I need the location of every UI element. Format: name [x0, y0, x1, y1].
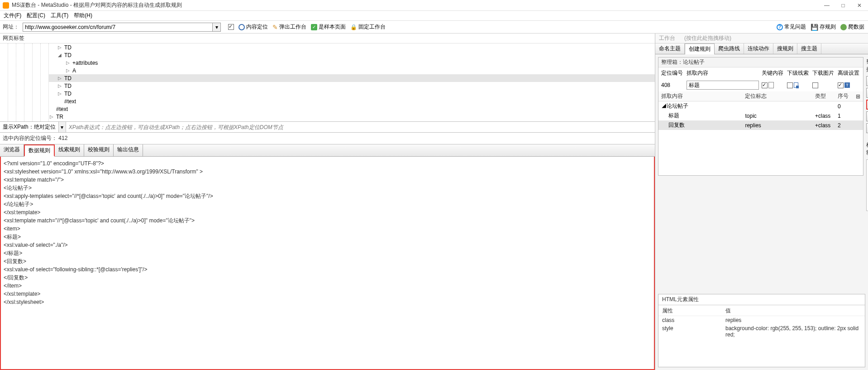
globe-icon	[840, 24, 847, 30]
tree-row[interactable]: ▷A	[49, 67, 655, 74]
link-faq[interactable]: ?常见问题	[777, 23, 806, 31]
bottom-tab[interactable]: 数据规则	[24, 144, 55, 157]
url-dropdown[interactable]: ▾	[213, 23, 221, 32]
tree-expander[interactable]: ▷	[58, 45, 63, 50]
code-line: <xsl:apply-templates select="//*[@class=…	[4, 192, 651, 200]
tree-label: TD	[64, 91, 72, 97]
workbench-tab[interactable]: 创建规则	[685, 43, 715, 54]
tool-fix-workbench-label: 固定工作台	[358, 23, 386, 31]
checkbox-adv[interactable]	[838, 82, 844, 88]
advanced-icon[interactable]: T	[844, 82, 850, 88]
workbench-tabs: 命名主题创建规则爬虫路线连续动作搜规则搜主题	[655, 43, 868, 54]
url-label: 网址：	[3, 23, 19, 31]
label-adv: 高级设置	[838, 69, 860, 77]
tree-expander[interactable]: ▷	[58, 83, 63, 88]
tree-expander[interactable]: ▷	[66, 68, 72, 73]
btn-delete[interactable]: 删除	[866, 88, 868, 98]
checkbox-generic[interactable]	[228, 24, 234, 30]
tree-row[interactable]: ▷TR	[49, 113, 655, 120]
tree-row[interactable]: ▷TD	[49, 82, 655, 90]
th-mark[interactable]: 定位标志	[742, 91, 812, 101]
code-line: <?xml version="1.0" encoding="UTF-8"?>	[4, 159, 651, 168]
code-line: </item>	[4, 282, 651, 290]
checkbox-key[interactable]	[762, 82, 768, 88]
html-props-title: HTML元素属性	[658, 294, 865, 305]
code-line: </xsl:stylesheet>	[4, 298, 651, 306]
sample-title: 样例复制管理	[866, 140, 868, 158]
tree-expander[interactable]: ▷	[58, 76, 63, 81]
tree-row[interactable]: #text	[49, 97, 655, 105]
th-type[interactable]: 类型	[812, 91, 835, 101]
checkbox-img[interactable]	[812, 82, 818, 88]
check-icon: ✓	[311, 24, 317, 30]
tree-row[interactable]: ◢TD	[49, 51, 655, 59]
html-prop-row: stylebackground-color: rgb(255, 255, 153…	[658, 324, 865, 339]
url-input[interactable]	[23, 23, 213, 32]
workbench-tab[interactable]: 搜主题	[797, 43, 821, 54]
btn-test[interactable]: 测试	[866, 100, 868, 110]
th-content[interactable]: 抓取内容	[658, 91, 742, 101]
hp-header-val: 值	[725, 307, 861, 315]
tree-row[interactable]: ▷TD	[49, 90, 655, 97]
save-icon: 💾	[811, 24, 818, 31]
tree-expander[interactable]: ▷	[50, 114, 55, 119]
table-row[interactable]: ◢论坛帖子0	[658, 101, 863, 111]
selected-node-id: 选中内容的定位编号： 412	[0, 133, 655, 144]
btn-locate[interactable]: 定位	[866, 123, 868, 133]
tree-expander[interactable]: ▷	[58, 91, 63, 96]
th-scroll[interactable]: ⊞	[853, 91, 863, 101]
link-save-rule[interactable]: 💾存规则	[811, 23, 836, 31]
workbench-tab[interactable]: 爬虫路线	[715, 43, 744, 54]
bottom-tab[interactable]: 输出信息	[114, 144, 143, 156]
code-line: <xsl:value-of select="following-sibling:…	[4, 265, 651, 274]
xpath-mode-dropdown[interactable]: ▾	[59, 122, 66, 132]
minimize-button[interactable]: —	[823, 1, 831, 10]
maximize-button[interactable]: □	[839, 1, 847, 10]
tool-content-locate[interactable]: 内容定位	[238, 23, 268, 31]
code-area[interactable]: <?xml version="1.0" encoding="UTF-8"?><x…	[0, 157, 655, 370]
th-seq[interactable]: 序号	[835, 91, 853, 101]
code-line: </xsl:template>	[4, 208, 651, 216]
tool-popup-workbench[interactable]: ✎弹出工作台	[272, 23, 306, 31]
menu-tools[interactable]: 工具(T)	[49, 11, 70, 20]
table-row[interactable]: 标题topic+class1	[658, 111, 863, 120]
link-crawl-data-label: 爬数据	[848, 23, 864, 31]
hp-key: class	[662, 317, 725, 323]
tree-row[interactable]: ▷+attributes	[49, 59, 655, 67]
bottom-tab[interactable]: 线索规则	[55, 144, 84, 156]
tree-expander[interactable]: ▷	[66, 60, 72, 65]
table-row[interactable]: 回复数replies+class2	[658, 120, 863, 130]
checkbox-next[interactable]	[787, 82, 793, 88]
tool-sample-page[interactable]: ✓是样本页面	[311, 23, 346, 31]
workbench-title: 工作台	[659, 34, 675, 42]
xpath-mode-label[interactable]: 显示XPath：绝对定位	[0, 122, 59, 132]
workbench-tab[interactable]: 连续动作	[744, 43, 773, 54]
tree-label: +attributes	[72, 60, 98, 66]
btn-new[interactable]: 新建	[866, 76, 868, 86]
tree-row[interactable]: #text	[49, 105, 655, 113]
code-line: <论坛帖子>	[4, 184, 651, 192]
tree-label: #text	[56, 106, 68, 112]
window-title: MS谋数台 - MetaStudio - 根据用户对网页内容的标注自动生成抓取规…	[12, 1, 823, 9]
xpath-input[interactable]	[66, 122, 655, 132]
label-content: 抓取内容	[687, 69, 759, 77]
content-input[interactable]	[687, 81, 759, 90]
btn-verify[interactable]: 校验	[866, 111, 868, 121]
label-img: 下载图片	[812, 69, 835, 77]
link-crawl-data[interactable]: 爬数据	[840, 23, 864, 31]
close-button[interactable]: ✕	[855, 1, 863, 10]
tree-row[interactable]: ▷TD	[49, 74, 655, 82]
bottom-tab[interactable]: 浏览器	[0, 144, 24, 156]
workbench-tab[interactable]: 搜规则	[773, 43, 797, 54]
menubar: 文件(F) 配置(C) 工具(T) 帮助(H)	[0, 11, 868, 21]
tree-expander[interactable]: ◢	[58, 53, 63, 58]
tool-fix-workbench[interactable]: 🔒固定工作台	[350, 23, 386, 31]
workbench-tab[interactable]: 命名主题	[655, 43, 685, 54]
menu-file[interactable]: 文件(F)	[2, 11, 23, 20]
tree-row[interactable]: ▷TD	[49, 43, 655, 51]
datarule-icon	[794, 82, 798, 88]
bottom-tab[interactable]: 校验规则	[84, 144, 114, 156]
tree-label: TD	[64, 83, 72, 89]
menu-help[interactable]: 帮助(H)	[72, 11, 94, 20]
menu-config[interactable]: 配置(C)	[25, 11, 47, 20]
